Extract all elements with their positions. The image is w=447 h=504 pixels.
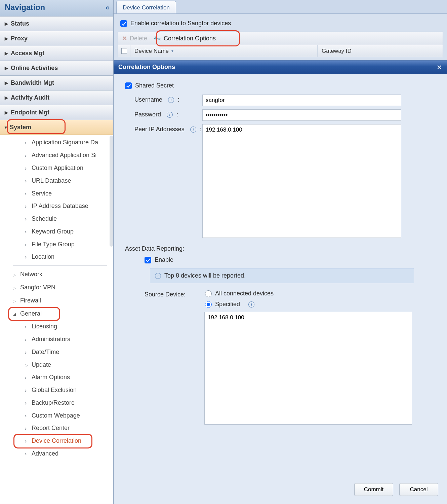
caret-right-icon: ▶ — [5, 51, 8, 56]
tree-item-label: Location — [32, 253, 54, 260]
tree-item[interactable]: Location — [25, 251, 113, 263]
grid-col-device-name[interactable]: Device Name ▼ — [130, 48, 317, 55]
tree-item[interactable]: Service — [25, 187, 113, 200]
specified-devices-textarea[interactable] — [204, 312, 412, 425]
tree-item-label: Licensing — [32, 323, 57, 330]
collapse-sidebar-icon[interactable]: « — [106, 3, 109, 12]
tree-item-label: Keyword Group — [32, 228, 74, 235]
tree-item[interactable]: IP Address Database — [25, 200, 113, 213]
tab-bar: Device Correlation — [114, 0, 447, 14]
dialog-footer: Commit Cancel — [114, 478, 447, 504]
asset-reporting-heading: Asset Data Reporting: — [125, 245, 438, 252]
tree-item[interactable]: URL Database — [25, 174, 113, 187]
accordion-access-mgt[interactable]: ▶Access Mgt — [0, 46, 113, 61]
accordion-online-activities[interactable]: ▶Online Activities — [0, 61, 113, 76]
radio-all-devices[interactable]: All connected devices — [205, 290, 274, 297]
tree-group-label: Firewall — [20, 297, 41, 304]
chevron-icon — [25, 324, 29, 329]
tree-group-sangfor-vpn[interactable]: Sangfor VPN — [0, 281, 113, 294]
tree-item[interactable]: Report Center — [25, 422, 113, 435]
tree-item[interactable]: Application Signature Da — [25, 136, 113, 149]
chevron-icon — [25, 413, 29, 419]
password-input[interactable] — [202, 109, 401, 121]
grid-col-label: Gateway ID — [322, 48, 352, 55]
system-tree: Application Signature DaAdvanced Applica… — [0, 135, 113, 504]
tree-group-network[interactable]: Network — [0, 268, 113, 281]
tree-item[interactable]: Administrators — [25, 333, 113, 346]
chevron-icon — [25, 387, 29, 393]
tree-item-label: Backup/Restore — [32, 399, 75, 406]
accordion-bandwidth-mgt[interactable]: ▶Bandwidth Mgt — [0, 76, 113, 91]
delete-label: Delete — [130, 35, 147, 42]
tree-item-device-correlation[interactable]: Device Correlation — [25, 435, 113, 447]
radio-specified-input[interactable] — [205, 301, 212, 308]
accordion-activity-audit[interactable]: ▶Activity Audit — [0, 91, 113, 105]
tab-device-correlation[interactable]: Device Correlation — [116, 1, 176, 13]
tree-item[interactable]: Alarm Options — [25, 371, 113, 384]
correlation-options-button[interactable]: 🔧 Correlation Options — [154, 35, 216, 42]
tree-item[interactable]: File Type Group — [25, 238, 113, 251]
tree-item[interactable]: Global Exclusion — [25, 384, 113, 397]
tree-item[interactable]: Advanced — [25, 447, 113, 460]
main-panel: Device Correlation Enable correlation to… — [114, 0, 447, 504]
accordion-label: Activity Audit — [11, 94, 49, 101]
grid-col-gateway-id[interactable]: Gateway ID — [318, 48, 356, 55]
caret-right-icon: ▶ — [5, 95, 8, 100]
tree-item[interactable]: Keyword Group — [25, 225, 113, 238]
grid-select-all-checkbox[interactable] — [121, 48, 127, 54]
tree-item-label: Report Center — [32, 425, 70, 432]
sort-desc-icon: ▼ — [171, 49, 174, 53]
info-icon[interactable]: i — [168, 97, 174, 103]
tree-item-label: Date/Time — [32, 349, 59, 356]
info-icon[interactable]: i — [190, 127, 196, 133]
chevron-icon — [25, 451, 29, 457]
tree-item-label: Device Correlation — [32, 437, 81, 444]
tree-group-general[interactable]: General — [0, 307, 113, 320]
chevron-right-icon — [25, 229, 29, 235]
chevron-icon — [25, 374, 29, 380]
info-icon[interactable]: i — [248, 301, 254, 308]
tree-group-firewall[interactable]: Firewall — [0, 294, 113, 307]
accordion-label: Endpoint Mgt — [11, 109, 49, 116]
accordion-endpoint-mgt[interactable]: ▶Endpoint Mgt — [0, 105, 113, 120]
chevron-right-icon — [25, 140, 29, 145]
chevron-right-icon — [25, 178, 29, 184]
info-icon[interactable]: i — [167, 112, 173, 118]
tree-item[interactable]: Advanced Application Si — [25, 149, 113, 162]
caret-right-icon: ▶ — [5, 110, 8, 115]
shared-secret-checkbox[interactable] — [125, 82, 132, 89]
navigation-header: Navigation « — [0, 0, 113, 16]
tree-item[interactable]: Licensing — [25, 320, 113, 333]
tree-item[interactable]: Custom Webpage — [25, 409, 113, 422]
tree-item-label: Alarm Options — [32, 374, 70, 381]
tree-item[interactable]: Update — [25, 358, 113, 371]
accordion-status[interactable]: ▶Status — [0, 16, 113, 31]
commit-button[interactable]: Commit — [354, 483, 393, 496]
delete-button[interactable]: ✕ Delete — [122, 35, 147, 42]
toolbar: ✕ Delete 🔧 Correlation Options — [118, 32, 443, 45]
tree-item-label: Advanced — [32, 450, 58, 457]
caret-right-icon: ▶ — [5, 66, 8, 71]
asset-enable-checkbox[interactable] — [145, 257, 151, 263]
close-icon[interactable]: ✕ — [437, 63, 442, 71]
radio-all-input[interactable] — [205, 290, 212, 297]
tree-group-label: Sangfor VPN — [20, 284, 55, 291]
dialog-title: Correlation Options — [118, 64, 175, 71]
chevron-closed-icon — [13, 285, 17, 290]
accordion-proxy[interactable]: ▶Proxy — [0, 31, 113, 46]
enable-correlation-checkbox[interactable] — [120, 20, 127, 27]
tree-item[interactable]: Custom Application — [25, 162, 113, 175]
chevron-right-icon — [25, 152, 29, 158]
chevron-right-icon — [25, 242, 29, 247]
tree-item[interactable]: Backup/Restore — [25, 397, 113, 409]
tree-item-label: Advanced Application Si — [32, 152, 96, 159]
radio-specified-label: Specified — [215, 301, 240, 308]
accordion-system[interactable]: ▾System — [0, 120, 113, 135]
tree-item[interactable]: Schedule — [25, 213, 113, 225]
tree-group-label: Network — [20, 271, 42, 278]
username-input[interactable] — [202, 95, 401, 106]
tree-item[interactable]: Date/Time — [25, 346, 113, 358]
cancel-button[interactable]: Cancel — [399, 483, 438, 496]
radio-specified[interactable]: Specified i — [205, 301, 274, 308]
peer-ip-textarea[interactable] — [202, 124, 401, 238]
